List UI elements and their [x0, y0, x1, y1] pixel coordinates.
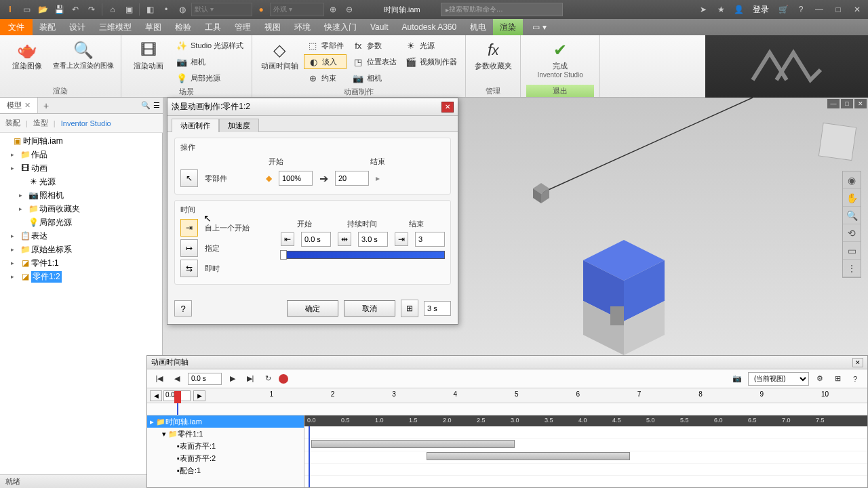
nav-zoom-icon[interactable]: 🔍	[843, 207, 861, 224]
goto-start-button[interactable]: |◀	[153, 373, 166, 385]
timeline-tree-item[interactable]: ▪ 表面齐平:2	[147, 452, 304, 464]
tree-node[interactable]: ▸📁作品	[0, 148, 162, 161]
nav-wheel-icon[interactable]: ◉	[843, 171, 861, 189]
tab-file[interactable]: 文件	[0, 19, 33, 35]
position-expr-button[interactable]: ◳位置表达	[349, 54, 399, 69]
time-end-input[interactable]	[415, 232, 445, 247]
start-value-input[interactable]	[279, 171, 313, 186]
time-start-input[interactable]	[301, 232, 331, 247]
nav-pan-icon[interactable]: ✋	[843, 189, 861, 207]
nav-orbit-icon[interactable]: ⟲	[843, 224, 861, 242]
timeline-tree-root[interactable]: ▸ 📁 时间轴.iam	[147, 415, 304, 428]
mode-inventor-studio[interactable]: Inventor Studio	[61, 119, 111, 127]
cancel-button[interactable]: 取消	[344, 300, 395, 317]
time-mode-instant-button[interactable]: ⇆	[180, 260, 198, 277]
close-tab-icon[interactable]: ✕	[24, 101, 31, 110]
time-duration-input[interactable]	[358, 232, 388, 247]
viewcube[interactable]	[818, 123, 856, 161]
animation-timeline-button[interactable]: ◇ 动画时间轴	[258, 37, 301, 71]
help-icon[interactable]: ?	[793, 2, 808, 17]
undo-icon[interactable]: ↶	[68, 2, 83, 17]
view-last-render-button[interactable]: 🔍 查看上次渲染的图像	[52, 37, 115, 70]
studio-light-style[interactable]: ✨Studio 光源样式	[173, 38, 246, 53]
ok-button[interactable]: 确定	[287, 300, 338, 317]
new-icon[interactable]: ▭	[19, 2, 34, 17]
total-time-input[interactable]	[424, 301, 451, 316]
tree-root[interactable]: ▣时间轴.iam	[0, 134, 162, 148]
time-dur-snap-button[interactable]: ⇹	[338, 232, 351, 246]
finish-button[interactable]: ✔ 完成 Inventor Studio	[526, 37, 594, 79]
tab-getstarted[interactable]: 快速入门	[317, 19, 363, 35]
tree-node[interactable]: ▸📁动画收藏夹	[0, 202, 162, 216]
timeline-ruler-coarse[interactable]: ◀ 0.0 ▶ 12345678910	[147, 388, 867, 403]
tree-node-selected[interactable]: ▸◪零件1:2	[0, 270, 162, 283]
tab-environment[interactable]: 环境	[288, 19, 317, 35]
tab-extra[interactable]: ▭ ▾	[526, 19, 553, 35]
tab-3dmodel[interactable]: 三维模型	[92, 19, 138, 35]
tab-design[interactable]: 设计	[62, 19, 92, 35]
home-icon[interactable]: ⌂	[105, 2, 120, 17]
mode-assembly[interactable]: 装配	[5, 118, 20, 128]
current-time-display[interactable]: 0.0 s	[188, 373, 222, 385]
record-button[interactable]	[279, 374, 288, 384]
play-button[interactable]: ▶	[226, 373, 239, 385]
time-slider[interactable]	[281, 251, 445, 259]
expand-button[interactable]: ⊞	[401, 300, 418, 317]
ruler-prev-button[interactable]: ◀	[150, 390, 162, 401]
menu-icon[interactable]: ☰	[153, 101, 160, 110]
constraint-button[interactable]: ⊕约束	[304, 70, 347, 85]
spinner-icon[interactable]: ▸	[376, 174, 380, 183]
dialog-tab-animation[interactable]: 动画制作	[172, 119, 219, 132]
maximize-button[interactable]: □	[830, 3, 846, 16]
camera-view-icon[interactable]: 📷	[730, 373, 744, 385]
tab-view[interactable]: 视图	[258, 19, 288, 35]
close-button[interactable]: ✕	[849, 3, 865, 16]
playhead-line[interactable]	[309, 426, 310, 487]
tab-render[interactable]: 渲染	[493, 19, 523, 35]
tab-vault[interactable]: Vault	[363, 19, 395, 35]
time-start-snap-button[interactable]: ⇤	[281, 232, 294, 246]
anim-camera-button[interactable]: 📷相机	[349, 70, 399, 85]
view-select[interactable]: (当前视图)	[748, 372, 809, 386]
dot-icon[interactable]: •	[159, 2, 174, 17]
star-icon[interactable]: ★	[713, 2, 728, 17]
save-icon[interactable]: 💾	[52, 2, 66, 17]
parameter-button[interactable]: fx参数	[349, 38, 399, 53]
timeline-close-button[interactable]: ✕	[852, 358, 863, 367]
param-favorites-button[interactable]: fx 参数收藏夹	[471, 37, 515, 71]
pointer-icon[interactable]: ➤	[696, 2, 711, 17]
tree-node[interactable]: ▸📁原始坐标系	[0, 243, 162, 256]
redo-icon[interactable]: ↷	[84, 2, 99, 17]
appearance-dropdown[interactable]: 外观 ▾	[270, 3, 324, 16]
tab-assembly[interactable]: 装配	[33, 19, 62, 35]
help-search[interactable]: ▸ 搜索帮助和命令…	[441, 3, 563, 16]
open-icon[interactable]: 📂	[35, 2, 50, 17]
slider-thumb[interactable]	[280, 250, 287, 260]
video-maker-button[interactable]: 🎬视频制作器	[402, 54, 460, 69]
tab-tools[interactable]: 工具	[198, 19, 228, 35]
fade-button[interactable]: ◐淡入	[304, 54, 347, 69]
login-link[interactable]: 登录	[749, 4, 773, 16]
select-icon[interactable]: ▣	[121, 2, 136, 17]
local-light-button[interactable]: 💡局部光源	[173, 70, 246, 85]
tab-sketch[interactable]: 草图	[138, 19, 168, 35]
timeline-tree-item[interactable]: ▪ 配合:1	[147, 464, 304, 476]
misc2-icon[interactable]: ⊖	[342, 2, 357, 17]
appearance-icon[interactable]: ●	[254, 2, 269, 17]
step-back-button[interactable]: ◀	[170, 373, 184, 385]
timeline-titlebar[interactable]: 动画时间轴 ✕	[147, 356, 867, 369]
tree-node[interactable]: ▸📋表达	[0, 229, 162, 243]
time-mode-specify-button[interactable]: ↦	[180, 239, 198, 257]
add-tab-button[interactable]: +	[38, 100, 54, 111]
tab-a360[interactable]: Autodesk A360	[395, 19, 463, 35]
dialog-help-button[interactable]: ?	[174, 300, 192, 317]
goto-end-button[interactable]: ▶|	[243, 373, 257, 385]
tab-electromech[interactable]: 机电	[463, 19, 493, 35]
render-image-button[interactable]: 🫖 渲染图像	[5, 37, 49, 71]
component-button[interactable]: ⬚零部件	[304, 38, 347, 53]
user-icon[interactable]: 👤	[731, 2, 746, 17]
settings-icon[interactable]: ⚙	[813, 373, 827, 385]
nav-lookAt-icon[interactable]: ▭	[843, 242, 861, 260]
tab-inspect[interactable]: 检验	[168, 19, 198, 35]
timeline-tracks[interactable]: 0.00.51.01.52.02.53.03.54.04.55.05.56.06…	[304, 415, 867, 487]
